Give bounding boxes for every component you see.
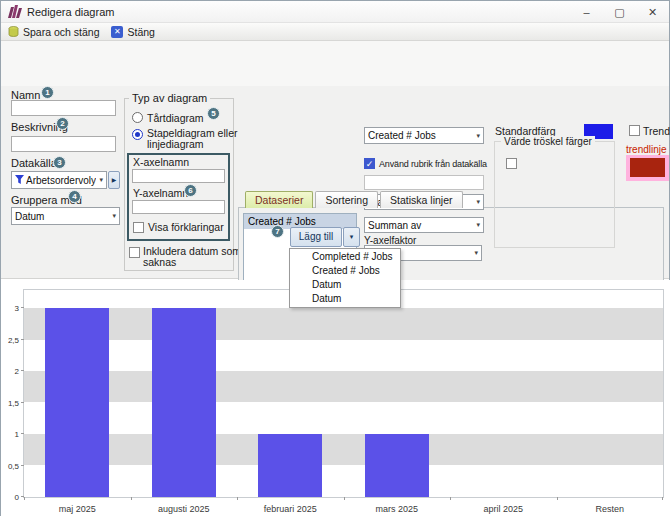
y-axis-tick bbox=[21, 496, 24, 497]
menu-item[interactable]: Datum bbox=[290, 278, 400, 292]
maximize-button[interactable]: ▢ bbox=[603, 1, 636, 23]
trendline-color-label: trendlinje bbox=[626, 144, 667, 155]
chevron-down-icon: ▾ bbox=[109, 212, 116, 220]
description-input[interactable] bbox=[11, 136, 116, 152]
x-axis-tick bbox=[450, 497, 451, 500]
tab-statiska-linjer[interactable]: Statiska linjer bbox=[380, 191, 462, 208]
chevron-down-icon: ▾ bbox=[473, 221, 480, 229]
tab-strip: DataserierSorteringStatiska linjer bbox=[245, 191, 463, 208]
add-dropdown-button[interactable]: ▾ bbox=[343, 227, 360, 247]
selection-icon bbox=[15, 175, 24, 185]
close-toolbar-button[interactable]: ✕ Stäng bbox=[109, 25, 160, 39]
y-axis-input[interactable] bbox=[132, 200, 225, 214]
y-axis-tick bbox=[21, 402, 24, 403]
chevron-down-icon: ▾ bbox=[473, 132, 480, 140]
x-axis-tick bbox=[237, 497, 238, 500]
y-axis-tick bbox=[21, 433, 24, 434]
trendline-color-swatch[interactable] bbox=[630, 158, 665, 177]
y-axis-tick-label: 0,5 bbox=[1, 462, 19, 471]
x-axis-tick-label: februari 2025 bbox=[237, 504, 344, 514]
chevron-down-icon: ▾ bbox=[471, 249, 478, 257]
show-legend-label: Visa förklaringar bbox=[148, 221, 224, 233]
y-axis-tick-label: 1,5 bbox=[1, 399, 19, 408]
save-and-close-label: Spara och stäng bbox=[23, 26, 99, 38]
bar-chart-plot: maj 2025augusti 2025februari 2025mars 20… bbox=[23, 289, 664, 498]
x-axis-tick-label: augusti 2025 bbox=[131, 504, 238, 514]
series-header-input[interactable] bbox=[364, 175, 484, 190]
series-combobox[interactable]: Created # Jobs ▾ bbox=[364, 127, 484, 144]
y-axis-tick-label: 3 bbox=[1, 304, 19, 313]
use-header-label: Använd rubrik från datakälla bbox=[379, 159, 487, 169]
x-axis-tick bbox=[662, 497, 663, 500]
y-axis-tick-label: 0 bbox=[1, 493, 19, 502]
x-axis-input[interactable] bbox=[132, 169, 225, 183]
datasource-combobox[interactable]: Arbetsordervolym i ▾ bbox=[11, 171, 107, 189]
x-axis-tick-label: maj 2025 bbox=[24, 504, 131, 514]
y-axis-tick bbox=[21, 370, 24, 371]
step-badge-6: 6 bbox=[184, 184, 197, 197]
x-axis-tick bbox=[557, 497, 558, 500]
datasource-label: Datakälla bbox=[11, 157, 57, 169]
y-axis-tick-label: 1 bbox=[1, 430, 19, 439]
minimize-button[interactable]: – bbox=[570, 1, 603, 23]
bar-radio[interactable] bbox=[132, 129, 143, 140]
x-axis-tick-label: Resten bbox=[557, 504, 664, 514]
x-axis-tick bbox=[131, 497, 132, 500]
use-header-checkbox[interactable]: ✓ bbox=[364, 158, 375, 169]
bar-februari-2025 bbox=[258, 434, 322, 497]
x-axis-tick bbox=[24, 497, 25, 500]
series-combobox-value: Created # Jobs bbox=[368, 130, 436, 141]
close-x-icon: ✕ bbox=[111, 26, 123, 38]
save-and-close-button[interactable]: Spara och stäng bbox=[6, 25, 105, 39]
tab-sortering[interactable]: Sortering bbox=[315, 191, 378, 208]
step-badge-3: 3 bbox=[53, 156, 66, 169]
show-legend-checkbox[interactable] bbox=[133, 222, 144, 233]
step-badge-5: 5 bbox=[207, 107, 220, 120]
datasource-browse-button[interactable]: ▶ bbox=[108, 171, 120, 189]
dialog-window: Redigera diagram – ▢ ✕ Spara och stäng ✕… bbox=[0, 0, 670, 516]
groupby-combobox[interactable]: Datum ▾ bbox=[11, 207, 120, 225]
include-missing-checkbox[interactable] bbox=[129, 247, 140, 258]
title-bar: Redigera diagram – ▢ ✕ bbox=[1, 1, 669, 23]
step-badge-2: 2 bbox=[56, 117, 69, 130]
groupby-value: Datum bbox=[15, 211, 44, 222]
name-input[interactable] bbox=[11, 100, 116, 116]
threshold-checkbox[interactable] bbox=[506, 158, 517, 169]
menu-item[interactable]: Datum bbox=[290, 292, 400, 306]
y-axis-tick bbox=[21, 465, 24, 466]
trendline-swatch-highlight bbox=[626, 155, 669, 181]
bar-radio-label-2: linjediagram bbox=[147, 138, 204, 150]
x-axis-label: X-axelnamn bbox=[133, 156, 189, 168]
toolbar: Spara och stäng ✕ Stäng bbox=[1, 23, 669, 41]
tab-dataserier[interactable]: Dataserier bbox=[245, 191, 313, 208]
x-axis-tick-label: mars 2025 bbox=[344, 504, 451, 514]
header: Generella inställningar Ange ett urval s… bbox=[1, 41, 669, 86]
close-label: Stäng bbox=[127, 26, 154, 38]
y-axis-tick-label: 2 bbox=[1, 367, 19, 376]
x-axis-tick-label: april 2025 bbox=[450, 504, 557, 514]
add-button[interactable]: Lägg till bbox=[290, 227, 342, 247]
y-axis-tick-label: 2,5 bbox=[1, 336, 19, 345]
step-badge-4: 4 bbox=[68, 190, 81, 203]
close-button[interactable]: ✕ bbox=[636, 1, 669, 23]
pie-radio[interactable] bbox=[132, 112, 143, 123]
bar-augusti-2025 bbox=[152, 308, 216, 497]
chevron-down-icon: ▾ bbox=[96, 176, 103, 184]
app-icon bbox=[7, 5, 22, 18]
bar-maj-2025 bbox=[45, 308, 109, 497]
aggregate-combobox[interactable]: Summan av ▾ bbox=[364, 217, 484, 233]
trendline-checkbox[interactable] bbox=[629, 125, 640, 136]
datasource-value: Arbetsordervolym i bbox=[26, 175, 96, 186]
y-axis-tick bbox=[21, 307, 24, 308]
step-badge-1: 1 bbox=[41, 86, 54, 99]
window-title: Redigera diagram bbox=[27, 1, 114, 23]
bar-mars-2025 bbox=[365, 434, 429, 497]
x-axis-tick bbox=[344, 497, 345, 500]
menu-item[interactable]: Created # Jobs bbox=[290, 264, 400, 278]
threshold-label: Värde tröskel färger bbox=[501, 136, 595, 147]
chart-type-label: Typ av diagram bbox=[129, 92, 210, 104]
menu-item[interactable]: Completed # Jobs bbox=[290, 250, 400, 264]
include-missing-label-2: saknas bbox=[143, 256, 176, 268]
chevron-down-icon: ▾ bbox=[473, 198, 480, 206]
y-axis-label: Y-axelnamn bbox=[133, 187, 188, 199]
